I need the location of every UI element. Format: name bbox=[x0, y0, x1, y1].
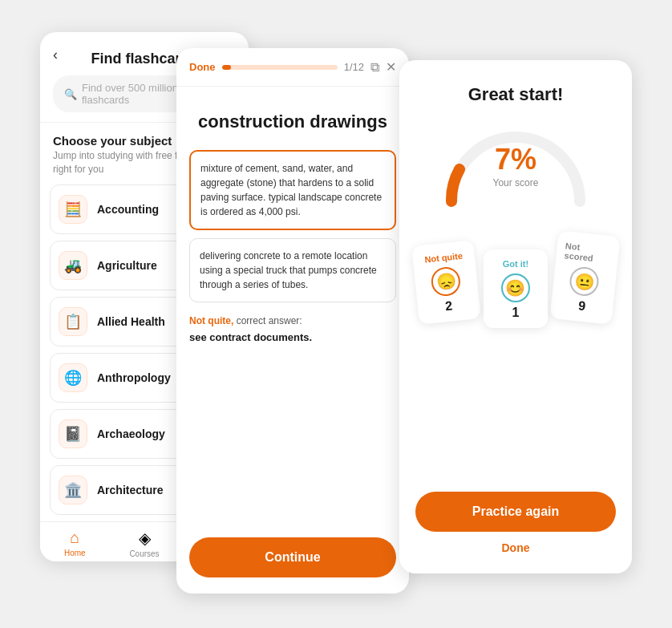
score-cards-row: Not quite 😞 2 Got it! 😊 1 Not scored 😐 9 bbox=[415, 233, 616, 328]
feedback-area: Not quite, correct answer: see contract … bbox=[176, 302, 409, 343]
continue-button[interactable]: Continue bbox=[189, 537, 396, 577]
allied-health-icon: 📋 bbox=[59, 307, 87, 336]
progress-bar bbox=[222, 65, 338, 70]
card-counter: 1/12 bbox=[344, 61, 364, 73]
flashcard-term: construction drawings bbox=[176, 87, 409, 150]
not-scored-card: Not scored 😐 9 bbox=[550, 230, 621, 324]
subject-label: Architecture bbox=[97, 484, 163, 496]
flashcard-panel: Done 1/12 ⧉ ✕ construction drawings mixt… bbox=[176, 48, 409, 594]
score-label: Your score bbox=[493, 177, 539, 188]
got-it-status: Got it! bbox=[503, 259, 528, 269]
search-icon: 🔍 bbox=[64, 88, 77, 100]
not-quite-card: Not quite 😞 2 bbox=[411, 240, 481, 324]
subject-label: Archaeology bbox=[97, 427, 165, 440]
subject-label: Agriculture bbox=[97, 259, 157, 272]
got-it-count: 1 bbox=[512, 306, 520, 320]
subject-label: Allied Health bbox=[97, 315, 165, 328]
score-percent: 7% bbox=[493, 145, 539, 174]
courses-icon: ◈ bbox=[139, 529, 151, 548]
nav-courses-label: Courses bbox=[129, 549, 159, 558]
nav-home[interactable]: ⌂ Home bbox=[40, 529, 110, 558]
done-button[interactable]: Done bbox=[189, 61, 216, 73]
accounting-icon: 🧮 bbox=[59, 195, 87, 224]
not-quite-emoji: 😞 bbox=[431, 265, 463, 298]
definition-1: mixture of cement, sand, water, and aggr… bbox=[189, 150, 396, 230]
agriculture-icon: 🚜 bbox=[59, 251, 87, 280]
score-gauge: 7% Your score bbox=[435, 121, 596, 209]
close-icon[interactable]: ✕ bbox=[386, 59, 396, 75]
practice-again-button[interactable]: Practice again bbox=[415, 492, 616, 532]
archaeology-icon: 📓 bbox=[59, 419, 87, 448]
back-button[interactable]: ‹ bbox=[53, 47, 58, 63]
not-quite-label: Not quite, bbox=[189, 315, 233, 326]
score-heading: Great start! bbox=[468, 84, 564, 105]
nav-courses[interactable]: ◈ Courses bbox=[110, 529, 180, 558]
correct-answer-label: correct answer: bbox=[237, 315, 302, 326]
nav-home-label: Home bbox=[64, 549, 86, 557]
progress-bar-fill bbox=[222, 65, 232, 70]
architecture-icon: 🏛️ bbox=[59, 476, 87, 504]
flashcard-definitions: mixture of cement, sand, water, and aggr… bbox=[176, 150, 409, 302]
not-scored-emoji: 😐 bbox=[569, 265, 601, 298]
definition-2: delivering concrete to a remote location… bbox=[189, 238, 396, 302]
not-scored-count: 9 bbox=[577, 298, 586, 314]
not-quite-count: 2 bbox=[444, 298, 453, 314]
got-it-emoji: 😊 bbox=[501, 273, 530, 302]
done-link[interactable]: Done bbox=[502, 541, 530, 554]
score-panel: Great start! 7% Your score Not quite 😞 2 bbox=[399, 60, 632, 573]
subject-label: Anthropology bbox=[97, 371, 171, 384]
feedback-answer: see contract documents. bbox=[189, 331, 396, 343]
got-it-card: Got it! 😊 1 bbox=[484, 249, 548, 328]
copy-icon[interactable]: ⧉ bbox=[370, 60, 379, 75]
anthropology-icon: 🌐 bbox=[59, 363, 87, 392]
not-scored-status: Not scored bbox=[564, 241, 611, 265]
feedback-text: Not quite, correct answer: bbox=[189, 314, 396, 328]
home-icon: ⌂ bbox=[70, 529, 79, 547]
subject-label: Accounting bbox=[97, 203, 159, 216]
not-quite-status: Not quite bbox=[424, 251, 464, 265]
